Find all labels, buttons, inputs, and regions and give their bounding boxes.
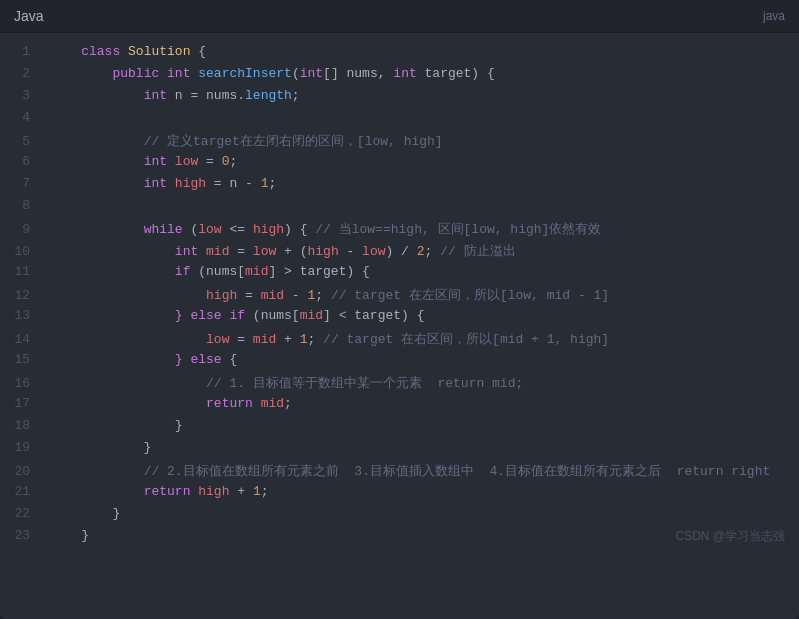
line-number: 6 — [0, 154, 50, 169]
code-content: // 1. 目标值等于数组中某一个元素 return mid; — [50, 374, 799, 392]
code-content: class Solution { — [50, 44, 799, 59]
line-number: 17 — [0, 396, 50, 411]
code-content: public int searchInsert(int[] nums, int … — [50, 66, 799, 81]
code-content: // 2.目标值在数组所有元素之前 3.目标值插入数组中 4.目标值在数组所有元… — [50, 462, 799, 480]
code-line: 15 } else { — [0, 351, 799, 373]
code-line: 12 high = mid - 1; // target 在左区间，所以[low… — [0, 285, 799, 307]
line-number: 22 — [0, 506, 50, 521]
line-number: 7 — [0, 176, 50, 191]
code-line: 17 return mid; — [0, 395, 799, 417]
code-content: int low = 0; — [50, 154, 799, 169]
line-number: 16 — [0, 376, 50, 391]
code-content: while (low <= high) { // 当low==high, 区间[… — [50, 220, 799, 238]
line-number: 2 — [0, 66, 50, 81]
code-content: low = mid + 1; // target 在右区间，所以[mid + 1… — [50, 330, 799, 348]
line-number: 9 — [0, 222, 50, 237]
line-number: 4 — [0, 110, 50, 125]
code-content — [50, 198, 799, 213]
line-number: 14 — [0, 332, 50, 347]
code-line: 8 — [0, 197, 799, 219]
code-content: int mid = low + (high - low) / 2; // 防止溢… — [50, 242, 799, 260]
line-number: 13 — [0, 308, 50, 323]
code-line: 13 } else if (nums[mid] < target) { — [0, 307, 799, 329]
code-line: 3 int n = nums.length; — [0, 87, 799, 109]
code-line: 19 } — [0, 439, 799, 461]
code-content: } — [50, 440, 799, 455]
lang-label: java — [763, 9, 785, 23]
code-line: 16 // 1. 目标值等于数组中某一个元素 return mid; — [0, 373, 799, 395]
code-line: 1 class Solution { — [0, 43, 799, 65]
code-content: } else { — [50, 352, 799, 367]
code-content: high = mid - 1; // target 在左区间，所以[low, m… — [50, 286, 799, 304]
line-number: 3 — [0, 88, 50, 103]
code-line: 21 return high + 1; — [0, 483, 799, 505]
line-number: 19 — [0, 440, 50, 455]
line-number: 21 — [0, 484, 50, 499]
code-content: int high = n - 1; — [50, 176, 799, 191]
code-content: return mid; — [50, 396, 799, 411]
code-line: 4 — [0, 109, 799, 131]
code-window: Java java 1 class Solution {2 public int… — [0, 0, 799, 619]
code-line: 22 } — [0, 505, 799, 527]
code-content: // 定义target在左闭右闭的区间，[low, high] — [50, 132, 799, 150]
title-bar: Java java — [0, 0, 799, 33]
line-number: 10 — [0, 244, 50, 259]
code-content: } — [50, 418, 799, 433]
code-content — [50, 110, 799, 125]
code-line: 20 // 2.目标值在数组所有元素之前 3.目标值插入数组中 4.目标值在数组… — [0, 461, 799, 483]
code-line: 7 int high = n - 1; — [0, 175, 799, 197]
code-line: 2 public int searchInsert(int[] nums, in… — [0, 65, 799, 87]
window-title: Java — [14, 8, 44, 24]
line-number: 18 — [0, 418, 50, 433]
code-content: return high + 1; — [50, 484, 799, 499]
code-line: 10 int mid = low + (high - low) / 2; // … — [0, 241, 799, 263]
line-number: 12 — [0, 288, 50, 303]
line-number: 8 — [0, 198, 50, 213]
line-number: 11 — [0, 264, 50, 279]
line-number: 23 — [0, 528, 50, 543]
code-line: 6 int low = 0; — [0, 153, 799, 175]
code-line: 9 while (low <= high) { // 当low==high, 区… — [0, 219, 799, 241]
code-area: 1 class Solution {2 public int searchIns… — [0, 33, 799, 559]
line-number: 20 — [0, 464, 50, 479]
line-number: 5 — [0, 134, 50, 149]
watermark: CSDN @学习当志强 — [675, 528, 785, 545]
code-line: 14 low = mid + 1; // target 在右区间，所以[mid … — [0, 329, 799, 351]
code-content: int n = nums.length; — [50, 88, 799, 103]
code-content: } — [50, 506, 799, 521]
code-content: if (nums[mid] > target) { — [50, 264, 799, 279]
line-number: 1 — [0, 44, 50, 59]
code-line: 11 if (nums[mid] > target) { — [0, 263, 799, 285]
line-number: 15 — [0, 352, 50, 367]
code-line: 5 // 定义target在左闭右闭的区间，[low, high] — [0, 131, 799, 153]
code-content: } else if (nums[mid] < target) { — [50, 308, 799, 323]
code-line: 18 } — [0, 417, 799, 439]
